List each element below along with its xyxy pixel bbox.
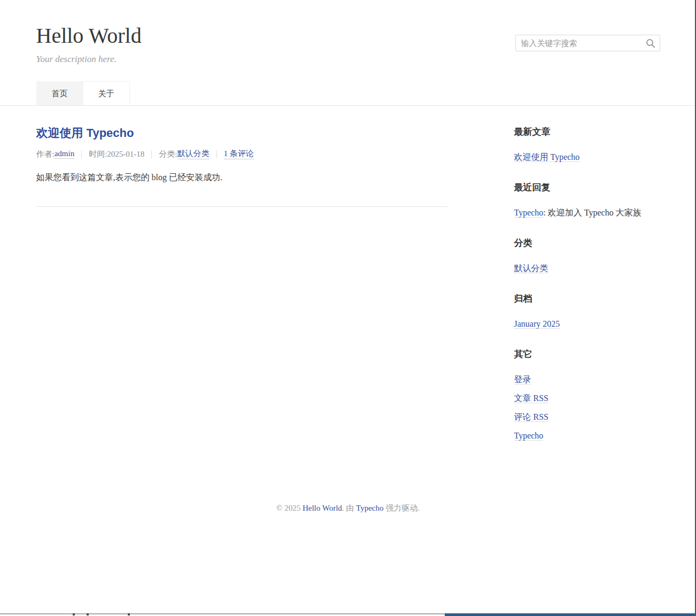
search-input[interactable]	[516, 36, 641, 50]
sidebar-list-item: 评论 RSS	[514, 407, 660, 426]
footer-middle-text: . 由	[342, 504, 356, 512]
category-link[interactable]: 默认分类	[177, 149, 210, 159]
sidebar-section: 最新文章 欢迎使用 Typecho	[514, 126, 660, 166]
sidebar-section-title: 最新文章	[514, 126, 660, 137]
taskbar-tick	[128, 613, 130, 615]
sidebar-link[interactable]: 默认分类	[514, 264, 548, 273]
author-label: 作者:	[36, 149, 55, 159]
post-date: 2025-01-18	[107, 150, 144, 159]
nav-item-home[interactable]: 首页	[36, 81, 83, 105]
footer-suffix-text: 强力驱动.	[384, 504, 420, 512]
sidebar-section: 归档 January 2025	[514, 293, 660, 333]
sidebar-link[interactable]: Typecho	[514, 431, 544, 441]
sidebar-list-item: January 2025	[514, 314, 660, 333]
sidebar-list-item: 文章 RSS	[514, 389, 660, 407]
search-icon	[646, 38, 655, 48]
meta-divider	[216, 150, 217, 158]
sidebar-section-title: 归档	[514, 293, 660, 304]
sidebar-link[interactable]: 欢迎使用 Typecho	[514, 152, 580, 162]
comments-link[interactable]: 1 条评论	[224, 149, 254, 159]
sidebar-section: 分类 默认分类	[514, 237, 660, 278]
sidebar-list: Typecho: 欢迎加入 Typecho 大家族	[514, 203, 660, 222]
meta-divider	[81, 150, 82, 158]
search-submit-button[interactable]	[641, 35, 660, 51]
sidebar-section-title: 其它	[514, 349, 660, 360]
sidebar-link[interactable]: 登录	[514, 375, 531, 384]
sidebar-list-item: 默认分类	[514, 259, 660, 278]
sidebar-section: 最近回复 Typecho: 欢迎加入 Typecho 大家族	[514, 182, 660, 222]
meta-divider	[151, 150, 152, 158]
sidebar-section-title: 分类	[514, 237, 660, 249]
sidebar-list: January 2025	[514, 314, 660, 333]
sidebar: 最新文章 欢迎使用 Typecho 最近回复 Typecho: 欢迎加入 Typ…	[514, 126, 660, 460]
footer-site-link[interactable]: Hello World	[303, 504, 342, 512]
nav-item-about[interactable]: 关于	[83, 81, 130, 105]
sidebar-section: 其它 登录 文章 RSS 评论 RSS Typecho	[514, 349, 660, 445]
sidebar-link[interactable]: 文章 RSS	[514, 394, 548, 403]
sidebar-link[interactable]: January 2025	[514, 319, 560, 329]
sidebar-section-title: 最近回复	[514, 182, 660, 193]
post-title-link[interactable]: 欢迎使用 Typecho	[36, 126, 134, 140]
sidebar-item-text: : 欢迎加入 Typecho 大家族	[543, 208, 641, 217]
sidebar-link[interactable]: 评论 RSS	[514, 412, 548, 422]
post-meta: 作者: admin 时间: 2025-01-18 分类: 默认分类 1 条评论	[36, 149, 447, 159]
sidebar-list: 默认分类	[514, 259, 660, 278]
taskbar-strip	[0, 613, 696, 616]
sidebar-list: 登录 文章 RSS 评论 RSS Typecho	[514, 370, 660, 445]
footer-copyright: © 2025	[276, 504, 303, 512]
post-divider	[36, 206, 447, 207]
main-content: 欢迎使用 Typecho 作者: admin 时间: 2025-01-18 分类…	[36, 126, 447, 460]
post: 欢迎使用 Typecho 作者: admin 时间: 2025-01-18 分类…	[36, 126, 447, 207]
taskbar-tick	[87, 613, 89, 615]
footer: © 2025 Hello World. 由 Typecho 强力驱动.	[36, 503, 660, 513]
footer-typecho-link[interactable]: Typecho	[356, 504, 383, 512]
post-body: 如果您看到这篇文章,表示您的 blog 已经安装成功.	[36, 172, 447, 183]
taskbar-tick	[73, 613, 75, 615]
author-link[interactable]: admin	[55, 149, 75, 159]
search-box	[515, 35, 660, 51]
sidebar-link[interactable]: Typecho	[514, 208, 544, 218]
main-nav: 首页 关于	[36, 81, 660, 105]
site-description: Your description here.	[36, 54, 660, 65]
time-label: 时间:	[89, 149, 107, 159]
sidebar-list: 欢迎使用 Typecho	[514, 148, 660, 166]
sidebar-list-item: 欢迎使用 Typecho	[514, 148, 660, 166]
site-header: Hello World Your description here. 首页 关于	[0, 0, 696, 106]
category-label: 分类:	[159, 149, 177, 159]
sidebar-list-item: Typecho: 欢迎加入 Typecho 大家族	[514, 203, 660, 222]
sidebar-list-item: 登录	[514, 370, 660, 389]
taskbar-edge-gray	[0, 613, 445, 614]
taskbar-edge-blue	[445, 613, 696, 616]
sidebar-list-item: Typecho	[514, 426, 660, 445]
